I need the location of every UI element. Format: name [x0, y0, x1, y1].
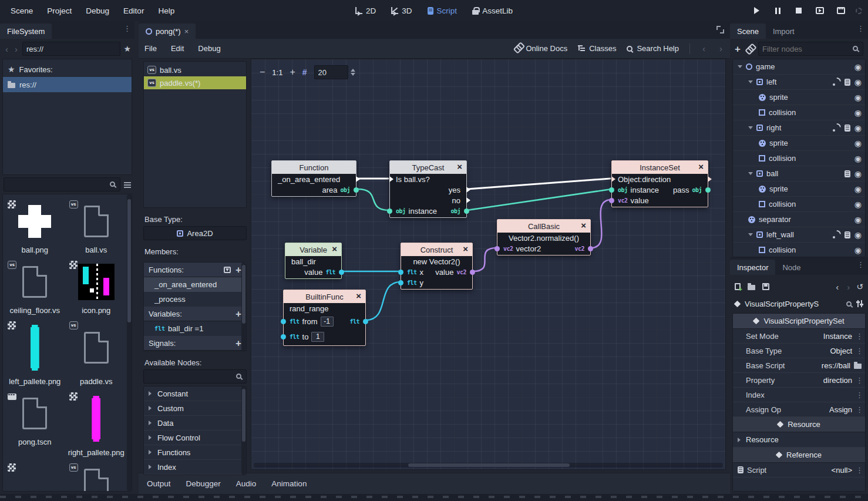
function-item[interactable]: _on_area_entered — [144, 277, 246, 292]
graph-node-construct[interactable]: Construct×new Vector2()fltxvaluevc2flty — [401, 243, 473, 290]
zoom-in-button[interactable]: + — [290, 68, 295, 77]
bottom-tab-debugger[interactable]: Debugger — [186, 479, 221, 488]
file-search-input[interactable] — [4, 177, 120, 191]
distraction-free-icon[interactable] — [716, 26, 724, 33]
prop-property[interactable]: Propertydirection⋮ — [733, 373, 865, 388]
script-badge-icon[interactable] — [845, 170, 850, 177]
scene-node-collision[interactable]: collision◉ — [733, 197, 865, 212]
input-port-icon[interactable] — [281, 319, 286, 324]
zoom-reset-button[interactable]: 1:1 — [272, 68, 282, 77]
output-seq-port-icon[interactable] — [356, 176, 360, 182]
visibility-eye-icon[interactable]: ◉ — [854, 93, 862, 102]
view-assetlib-button[interactable]: AssetLib — [467, 4, 517, 18]
close-node-icon[interactable]: × — [356, 291, 361, 301]
input-port-icon[interactable] — [281, 334, 286, 339]
visual-script-graph[interactable]: − 1:1 + # Function_on_area_enteredareaob… — [251, 59, 726, 470]
menu-scene[interactable]: Scene — [5, 4, 39, 18]
scene-node-sprite[interactable]: sprite◉ — [733, 90, 865, 105]
members-scrollbar[interactable] — [241, 263, 246, 351]
inspector-tools-icon[interactable] — [856, 300, 863, 307]
history-icon[interactable]: ↺ — [856, 283, 863, 291]
add-variables-header-icon[interactable]: + — [235, 309, 241, 319]
expand-arrow-icon[interactable] — [738, 65, 742, 70]
path-input[interactable] — [22, 42, 120, 56]
bottom-tab-output[interactable]: Output — [147, 479, 171, 488]
output-port-icon[interactable] — [464, 209, 469, 214]
node-header[interactable]: TypeCast× — [390, 161, 466, 174]
categories-scrollbar[interactable] — [241, 386, 246, 475]
visibility-eye-icon[interactable]: ◉ — [854, 246, 862, 254]
view-script-button[interactable]: Script — [423, 4, 462, 18]
scene-node-right[interactable]: right◉ — [733, 120, 865, 136]
visibility-eye-icon[interactable]: ◉ — [854, 139, 862, 147]
file-item[interactable]: ball.png — [5, 198, 65, 258]
input-port-icon[interactable] — [387, 209, 392, 214]
graph-node-instanceset[interactable]: InstanceSet×Object:directionobjinstancep… — [611, 160, 708, 207]
visibility-eye-icon[interactable]: ◉ — [854, 124, 862, 132]
category-custom[interactable]: Custom — [144, 401, 246, 416]
value-input[interactable]: 1 — [311, 332, 324, 342]
snap-grid-icon[interactable]: # — [302, 68, 307, 76]
online-docs-button[interactable]: Online Docs — [514, 44, 567, 53]
resource-collapsed-row[interactable]: Resource — [733, 432, 865, 448]
expand-arrow-icon[interactable] — [748, 126, 753, 132]
tab-scene[interactable]: Scene — [730, 23, 766, 39]
scene-node-sprite[interactable]: sprite◉ — [733, 181, 865, 197]
node-header[interactable]: Variable× — [285, 243, 341, 256]
tab-import[interactable]: Import — [766, 23, 802, 39]
play-custom-button[interactable] — [835, 4, 847, 17]
expand-arrow-icon[interactable] — [748, 172, 753, 177]
bottom-tab-animation[interactable]: Animation — [271, 479, 307, 488]
play-button[interactable] — [750, 4, 763, 17]
search-help-button[interactable]: Search Help — [627, 44, 679, 53]
output-port-icon[interactable] — [354, 187, 359, 193]
editor-menu-debug[interactable]: Debug — [198, 44, 220, 53]
prop-base-script[interactable]: Base Scriptres://ball — [733, 358, 865, 373]
zoom-out-button[interactable]: − — [260, 68, 265, 77]
file-item[interactable]: icon.png — [67, 258, 126, 319]
prop-menu-icon[interactable]: ⋮ — [856, 406, 862, 413]
override-icon[interactable] — [224, 267, 231, 273]
input-seq-port-icon[interactable] — [611, 176, 615, 182]
signal-badge-icon[interactable] — [833, 231, 840, 238]
visibility-eye-icon[interactable]: ◉ — [854, 78, 862, 86]
category-flow-control[interactable]: Flow Control — [144, 431, 246, 445]
output-seq-port-icon[interactable] — [466, 187, 470, 193]
menu-project[interactable]: Project — [41, 4, 78, 18]
file-item[interactable]: left_pallete.png — [5, 319, 65, 390]
scene-node-collision[interactable]: collision◉ — [733, 151, 865, 166]
play-scene-button[interactable] — [813, 4, 826, 17]
close-node-icon[interactable]: × — [581, 220, 586, 230]
scene-menu-icon[interactable]: ⋮ — [857, 25, 864, 32]
instance-scene-icon[interactable] — [744, 45, 754, 55]
add-signals-header-icon[interactable]: + — [235, 338, 241, 348]
menu-help[interactable]: Help — [152, 4, 180, 18]
spin-arrows-icon[interactable] — [351, 66, 355, 78]
node-header[interactable]: Function — [272, 161, 356, 174]
favorites-header[interactable]: ★ Favorites: — [3, 62, 132, 77]
prop-menu-icon[interactable]: ⋮ — [856, 332, 862, 340]
new-resource-icon[interactable] — [735, 283, 741, 290]
script-history-forward-icon[interactable]: › — [718, 43, 724, 53]
file-item[interactable]: vsceiling_floor.vs — [5, 258, 65, 319]
expand-arrow-icon[interactable] — [748, 233, 753, 238]
filesystem-menu-icon[interactable]: ⋮ — [123, 25, 131, 32]
close-node-icon[interactable]: × — [698, 162, 704, 172]
menu-debug[interactable]: Debug — [80, 4, 115, 18]
scene-node-left[interactable]: left◉ — [733, 75, 865, 90]
load-resource-icon[interactable] — [748, 285, 755, 290]
variable-item[interactable]: fltball_dir =1 — [144, 321, 246, 336]
node-header[interactable]: Construct× — [401, 243, 472, 256]
function-item[interactable]: _process — [144, 292, 246, 307]
prop-set-mode[interactable]: Set ModeInstance⋮ — [733, 329, 865, 344]
view-2d-button[interactable]: 2D — [351, 4, 381, 18]
tree-item-res[interactable]: res:// — [3, 77, 132, 92]
menu-editor[interactable]: Editor — [117, 4, 150, 18]
visibility-eye-icon[interactable]: ◉ — [854, 109, 862, 117]
scene-node-sprite[interactable]: sprite◉ — [733, 136, 865, 151]
prop-base-type[interactable]: Base TypeObject⋮ — [733, 344, 865, 358]
filter-nodes-input[interactable] — [758, 42, 863, 56]
output-seq-port-icon[interactable] — [708, 176, 712, 182]
visibility-eye-icon[interactable]: ◉ — [854, 216, 862, 224]
node-search-input[interactable] — [143, 369, 247, 384]
